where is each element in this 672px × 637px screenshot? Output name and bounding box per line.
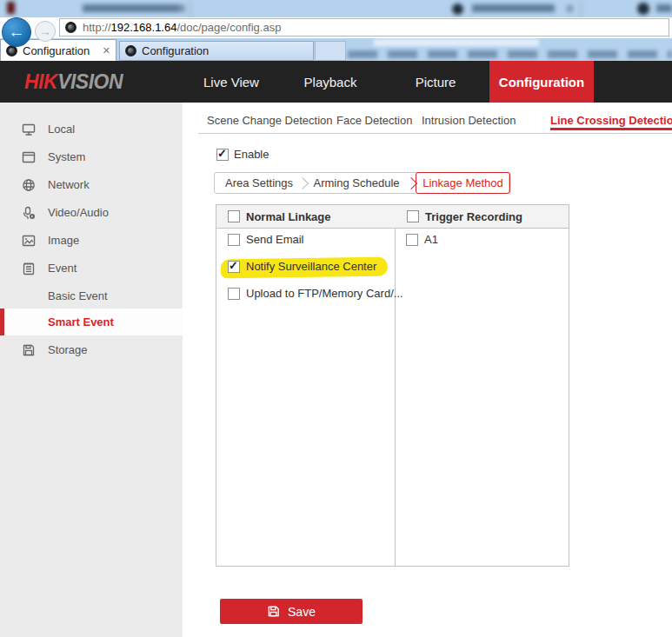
monitor-icon: [22, 123, 36, 136]
subtab-area-settings[interactable]: Area Settings: [225, 173, 293, 193]
tab-favicon: [125, 45, 136, 56]
system-icon: [22, 150, 36, 164]
linkage-row-notify-surveillance-center: Notify Surveillance Center: [228, 260, 376, 273]
row-label: Upload to FTP/Memory Card/...: [246, 287, 403, 300]
globe-icon: [22, 178, 36, 192]
save-button[interactable]: Save: [220, 599, 363, 624]
nav-picture[interactable]: Picture: [416, 61, 456, 103]
notify-surveillance-center-checkbox[interactable]: [228, 261, 240, 273]
tab-intrusion-detection[interactable]: Intrusion Detection: [422, 114, 516, 127]
forward-arrow-icon: →: [39, 24, 51, 38]
background-window-tabbar: [0, 0, 672, 17]
save-icon: [267, 605, 280, 618]
browser-forward-button[interactable]: →: [35, 21, 56, 42]
hikvision-logo: HIKVISION: [24, 61, 123, 103]
sidebar-item-label: Basic Event: [48, 289, 108, 302]
linkage-subtab-bar: Area Settings Arming Schedule Linkage Me…: [214, 172, 509, 194]
url-host: 192.168.1.64: [111, 21, 177, 34]
new-tab-stub[interactable]: [315, 41, 346, 61]
sidebar-item-label: Smart Event: [48, 315, 114, 328]
sidebar-item-label: System: [48, 150, 85, 163]
nav-live-view[interactable]: Live View: [203, 61, 259, 103]
sidebar-item-system[interactable]: System: [0, 143, 183, 170]
subtab-linkage-method[interactable]: Linkage Method: [416, 172, 510, 194]
tab-scene-change-detection[interactable]: Scene Change Detection: [207, 114, 333, 127]
storage-icon: [22, 343, 36, 357]
event-icon: [22, 262, 36, 275]
linkage-row-upload-ftp: Upload to FTP/Memory Card/...: [228, 287, 403, 300]
app-header: HIKVISION Live View Playback Picture Con…: [0, 61, 672, 103]
sidebar-item-storage[interactable]: Storage: [0, 336, 183, 363]
browser-tab-configuration-inactive[interactable]: Configuration: [119, 41, 314, 61]
sidebar-item-label: Video/Audio: [48, 206, 109, 219]
enable-checkbox[interactable]: [216, 149, 229, 161]
send-email-checkbox[interactable]: [228, 234, 240, 246]
normal-linkage-select-all-checkbox[interactable]: [228, 210, 240, 222]
logo-hik: HIK: [24, 70, 57, 94]
subtab-label: Linkage Method: [422, 176, 503, 189]
sidebar-item-basic-event[interactable]: Basic Event: [0, 282, 183, 309]
trigger-recording-header-cell: Trigger Recording: [396, 205, 569, 228]
microphone-icon: [22, 206, 36, 220]
sidebar-item-label: Event: [48, 262, 77, 275]
blur-smudge: [374, 39, 539, 46]
url-text: http://192.168.1.64/doc/page/config.asp: [83, 21, 281, 34]
nav-configuration[interactable]: Configuration: [489, 61, 594, 103]
blurred-background-tabs: [0, 0, 672, 17]
hikvision-config-screen: ← → http://192.168.1.64/doc/page/config.…: [0, 0, 672, 637]
column-header: Trigger Recording: [425, 210, 522, 223]
normal-linkage-header-cell: Normal Linkage: [216, 205, 406, 228]
url-scheme: http://: [83, 21, 111, 34]
sidebar: Local System Network: [0, 103, 183, 637]
linkage-table-header: Normal Linkage Trigger Recording: [216, 205, 569, 229]
recording-row-a1: A1: [406, 233, 438, 246]
subtab-arming-schedule[interactable]: Arming Schedule: [314, 173, 400, 193]
back-arrow-icon: ←: [9, 23, 25, 42]
browser-url-field[interactable]: http://192.168.1.64/doc/page/config.asp: [59, 18, 669, 36]
row-label: Send Email: [246, 233, 303, 246]
enable-label: Enable: [234, 148, 269, 161]
a1-checkbox[interactable]: [406, 234, 418, 246]
sidebar-item-local[interactable]: Local: [0, 116, 183, 143]
tab-title: Configuration: [142, 44, 209, 57]
linkage-row-send-email: Send Email: [228, 233, 303, 246]
browser-tab-row: Configuration ✕ Configuration: [0, 38, 672, 61]
sidebar-item-label: Image: [48, 234, 79, 247]
row-label: A1: [424, 233, 438, 246]
sidebar-item-smart-event[interactable]: Smart Event: [0, 309, 183, 335]
upload-ftp-checkbox[interactable]: [228, 288, 240, 300]
site-favicon: [65, 22, 77, 33]
sidebar-item-image[interactable]: Image: [0, 227, 183, 254]
browser-back-button[interactable]: ←: [2, 17, 31, 47]
column-divider: [395, 205, 396, 566]
chevron-right-icon: [296, 177, 309, 189]
tabs-divider-line: [198, 133, 672, 134]
blur-smudge: [348, 50, 672, 58]
url-path: /doc/page/config.asp: [176, 21, 281, 34]
tab-line-crossing-detection[interactable]: Line Crossing Detection: [550, 114, 672, 127]
sidebar-item-label: Local: [48, 123, 75, 136]
sidebar-item-label: Storage: [48, 343, 88, 356]
active-tab-underline: [550, 128, 672, 130]
sidebar-item-video-audio[interactable]: Video/Audio: [0, 199, 183, 226]
save-label: Save: [288, 605, 316, 619]
image-icon: [22, 234, 36, 248]
trigger-recording-select-all-checkbox[interactable]: [407, 210, 419, 222]
tab-title: Configuration: [23, 44, 90, 57]
sidebar-item-network[interactable]: Network: [0, 171, 183, 198]
nav-playback[interactable]: Playback: [304, 61, 357, 103]
tab-face-detection[interactable]: Face Detection: [336, 114, 412, 127]
linkage-table: Normal Linkage Trigger Recording Send Em…: [216, 204, 569, 567]
enable-row: Enable: [216, 148, 269, 161]
sidebar-item-label: Network: [48, 178, 90, 191]
tab-close-icon[interactable]: ✕: [103, 46, 110, 56]
row-label: Notify Surveillance Center: [246, 260, 376, 273]
sidebar-item-event[interactable]: Event: [0, 255, 183, 282]
logo-vision: VISION: [57, 70, 123, 94]
column-header: Normal Linkage: [246, 210, 331, 223]
